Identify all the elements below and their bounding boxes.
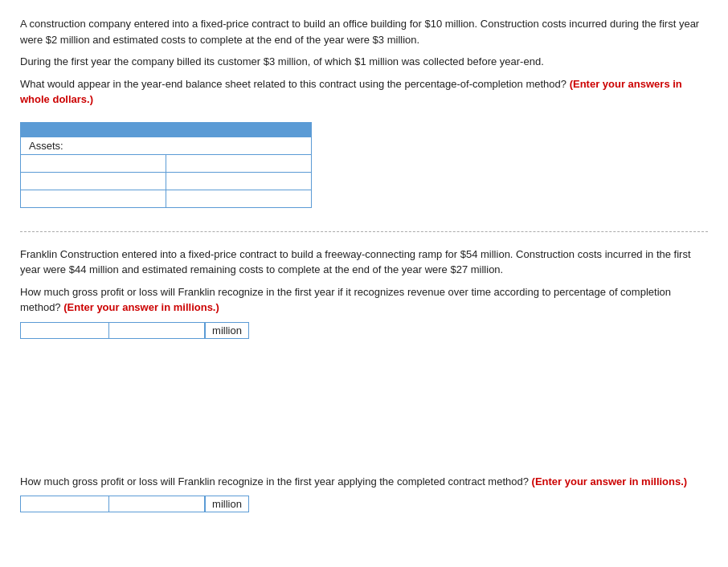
table-row-3-left-input[interactable] — [26, 193, 161, 205]
table-row-1-left-input[interactable] — [26, 157, 161, 169]
question-2-million-label: million — [205, 322, 249, 339]
table-header-row — [21, 122, 312, 137]
table-row-2-left-cell[interactable] — [21, 172, 166, 190]
question-3-input-row: million — [20, 496, 708, 512]
question-3-paragraph: How much gross profit or loss will Frank… — [20, 474, 708, 490]
table-header-left — [21, 122, 166, 137]
table-row-3[interactable] — [21, 190, 312, 207]
question-1-table: Assets: — [20, 122, 312, 208]
table-row-3-right-cell[interactable] — [166, 190, 312, 207]
question-1-paragraph-1: A construction company entered into a fi… — [20, 16, 708, 47]
question-1-table-container: Assets: — [20, 122, 312, 208]
assets-label-cell: Assets: — [21, 137, 312, 154]
table-row-3-left-cell[interactable] — [21, 190, 166, 207]
section-divider — [20, 231, 708, 232]
table-row-2-right-input[interactable] — [171, 175, 306, 187]
table-row-1[interactable] — [21, 154, 312, 172]
question-2-block: Franklin Construction entered into a fix… — [20, 247, 708, 339]
question-1-block: A construction company entered into a fi… — [20, 16, 708, 217]
table-row-2-right-cell[interactable] — [166, 172, 312, 190]
table-header-right — [166, 122, 312, 137]
table-row-1-right-cell[interactable] — [166, 154, 312, 172]
question-3-block: How much gross profit or loss will Frank… — [20, 474, 708, 513]
table-row-2[interactable] — [21, 172, 312, 190]
table-row-3-right-input[interactable] — [171, 193, 306, 205]
question-2-left-input[interactable] — [20, 322, 108, 339]
table-row-1-right-input[interactable] — [171, 157, 306, 169]
question-2-paragraph-2: How much gross profit or loss will Frank… — [20, 284, 708, 316]
table-row-2-left-input[interactable] — [26, 175, 161, 187]
question-1-paragraph-2: During the first year the company billed… — [20, 54, 708, 70]
question-2-input-row: million — [20, 322, 708, 339]
question-1-paragraph-3: What would appear in the year-end balanc… — [20, 76, 708, 108]
question-3-left-input[interactable] — [20, 496, 108, 512]
spacer — [20, 353, 708, 466]
table-row-1-left-cell[interactable] — [21, 154, 166, 172]
question-2-paragraph-1: Franklin Construction entered into a fix… — [20, 247, 708, 278]
question-3-right-input[interactable] — [108, 496, 205, 512]
question-2-right-input[interactable] — [108, 322, 205, 339]
question-3-million-label: million — [205, 496, 249, 512]
table-row-assets-label: Assets: — [21, 137, 312, 154]
